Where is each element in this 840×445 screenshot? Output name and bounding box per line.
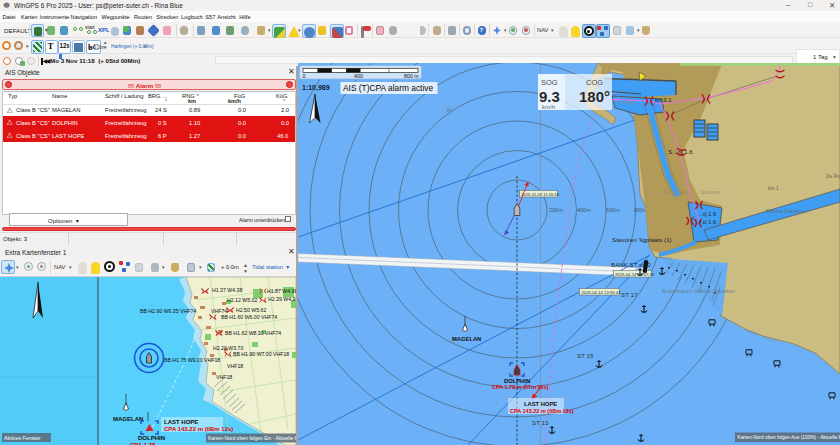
svg-text:MAGELAN: MAGELAN [452, 336, 481, 342]
svg-text:Buitenhaven Marina Stavoren: Buitenhaven Marina Stavoren [662, 288, 734, 294]
svg-text:…e Haven: …e Haven [613, 99, 637, 105]
svg-text:Karten-Nord oben folgen Aus (1: Karten-Nord oben folgen Aus (100%) - Akt… [738, 435, 840, 440]
svg-text:9.3: 9.3 [539, 88, 560, 105]
svg-text:VHF18: VHF18 [216, 374, 232, 380]
svg-text:km 1: km 1 [768, 185, 779, 191]
svg-text:2025-04-14 13:55:43: 2025-04-14 13:55:43 [582, 290, 622, 295]
svg-text:Marina Stavoren: Marina Stavoren [766, 208, 806, 214]
svg-text:2025-04-14 13:57:19: 2025-04-14 13:57:19 [615, 272, 655, 277]
svg-text:VHF18: VHF18 [227, 363, 243, 369]
svg-text:COG: COG [586, 78, 603, 87]
svg-text:H1.37 W4.38: H1.37 W4.38 [212, 287, 242, 293]
svg-text:H2.39 W4.9: H2.39 W4.9 [268, 296, 296, 302]
svg-text:km/h: km/h [542, 104, 555, 110]
svg-text:MAGELAN: MAGELAN [113, 416, 143, 422]
svg-text:ST 17: ST 17 [621, 291, 638, 298]
svg-text:H2.50 W5.62: H2.50 W5.62 [236, 307, 266, 313]
svg-text:BB H1.60 W6.00 VHF74: BB H1.60 W6.00 VHF74 [221, 314, 277, 320]
svg-text:200m: 200m [549, 207, 563, 213]
svg-text:Aktives Fenster: Aktives Fenster [4, 435, 41, 441]
svg-text:ST 15: ST 15 [577, 352, 594, 359]
svg-text:2025-11-03 11:05:55: 2025-11-03 11:05:55 [521, 192, 560, 197]
svg-text:krt 3.1: krt 3.1 [655, 97, 672, 103]
svg-text:H1.87 W4.98: H1.87 W4.98 [267, 288, 296, 294]
svg-text:LAST HOPE: LAST HOPE [524, 401, 557, 407]
svg-text:ST 13: ST 13 [532, 419, 549, 426]
svg-text:Karten-Nord oben folgen Ein -: Karten-Nord oben folgen Ein - Aktuelle P… [208, 435, 296, 441]
svg-text:DOLPHIN: DOLPHIN [138, 435, 165, 441]
svg-text:CPA 143.22 m (0Bm 12s): CPA 143.22 m (0Bm 12s) [164, 426, 233, 432]
svg-text:600m: 600m [606, 207, 620, 213]
svg-text:LAST HOPE: LAST HOPE [164, 419, 198, 425]
svg-text:BB H1.62 W8.30 VHF74: BB H1.62 W8.30 VHF74 [225, 330, 281, 336]
svg-text:DOLPHIN: DOLPHIN [504, 378, 530, 384]
svg-text:CPA 1.78 m (07m 36s): CPA 1.78 m (07m 36s) [492, 384, 549, 390]
svg-text:S…rij 1.6: S…rij 1.6 [668, 149, 693, 155]
svg-text:De Ro: De Ro [826, 173, 840, 179]
svg-text:Vereniging …… Stavoren: Vereniging …… Stavoren [664, 189, 721, 195]
svg-text:BB H1.75 W9.00 VHF18: BB H1.75 W9.00 VHF18 [164, 357, 220, 363]
svg-text:H2.12 W5.02: H2.12 W5.02 [227, 297, 257, 303]
svg-text:180°: 180° [579, 88, 610, 105]
svg-text:400m: 400m [577, 207, 591, 213]
svg-text:0: 0 [303, 73, 306, 79]
svg-text:Stavoren 'ligplaats (1): Stavoren 'ligplaats (1) [612, 236, 672, 243]
svg-text:34: 34 [446, 108, 452, 113]
svg-text:AIS (T)CPA alarm active: AIS (T)CPA alarm active [343, 83, 433, 93]
svg-text:BB H1.90 W7.00 VHF18: BB H1.90 W7.00 VHF18 [233, 351, 289, 357]
svg-text:1:10,989: 1:10,989 [302, 84, 330, 92]
svg-text:800 m: 800 m [404, 73, 419, 79]
svg-text:400: 400 [354, 73, 363, 79]
svg-text:…r cl 1.6: …r cl 1.6 [694, 219, 716, 225]
svg-text:CPA 143.22 m (0Bm 12s): CPA 143.22 m (0Bm 12s) [510, 408, 574, 414]
svg-text:SOG: SOG [541, 78, 558, 87]
svg-text:…rij 1.9: …rij 1.9 [697, 211, 716, 217]
svg-text:BB H2.60 W6.35 VHF74: BB H2.60 W6.35 VHF74 [140, 308, 196, 314]
